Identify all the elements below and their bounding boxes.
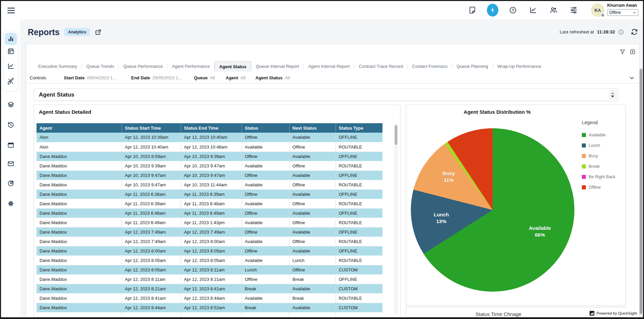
- tab-queue-planning[interactable]: Queue Planning: [452, 61, 493, 72]
- legend-item-busy[interactable]: Busy: [582, 154, 615, 158]
- tab-contract-trace-record[interactable]: Contract Trace Record: [354, 61, 407, 72]
- note-icon[interactable]: [467, 4, 478, 16]
- table-cell[interactable]: Apr 11, 2023 6:39am: [181, 189, 242, 199]
- table-cell[interactable]: Offline: [289, 218, 336, 227]
- tab-queue-interval-report[interactable]: Queue Interval Report: [251, 61, 303, 72]
- table-cell[interactable]: Break: [242, 303, 289, 312]
- table-cell[interactable]: Apr 12, 2023 7:49am: [122, 227, 181, 237]
- table-cell[interactable]: OFFLINE: [336, 274, 382, 284]
- tab-agent-interval-report[interactable]: Agent Interval Report: [304, 61, 354, 72]
- tab-agent-performance[interactable]: Agent Performance: [168, 61, 214, 72]
- table-cell[interactable]: Apr 12, 2023 8:11am: [122, 274, 181, 284]
- table-cell[interactable]: Apr 12, 2023 7:49am: [122, 237, 181, 246]
- table-cell[interactable]: Available: [242, 180, 289, 189]
- sidebar-item-pie[interactable]: [5, 177, 17, 189]
- refresh-icon[interactable]: [630, 28, 638, 36]
- table-cell[interactable]: Apr 12, 2023 8:41am: [122, 293, 181, 303]
- tab-contact-forensics[interactable]: Contact Forensics: [408, 61, 452, 72]
- table-cell[interactable]: Offline: [289, 180, 336, 189]
- column-header-status-start-time[interactable]: Status Start Time: [122, 123, 181, 133]
- table-cell[interactable]: Offline: [289, 237, 336, 246]
- page-scrollbar-thumb[interactable]: [640, 69, 642, 314]
- tab-agent-status[interactable]: Agent Status: [215, 61, 251, 72]
- table-cell[interactable]: Offline: [242, 208, 289, 218]
- tab-executive-summary[interactable]: Executive Summary: [34, 61, 82, 72]
- table-cell[interactable]: Offline: [242, 246, 289, 256]
- table-cell[interactable]: Available: [289, 133, 336, 142]
- legend-item-break[interactable]: Break: [582, 164, 615, 169]
- table-cell[interactable]: Apr 10, 2023 11:44am: [181, 180, 242, 189]
- legend-item-offline[interactable]: Offline: [582, 185, 615, 190]
- controls-collapse-chevron-icon[interactable]: [628, 75, 635, 81]
- status-select[interactable]: Offline: [607, 9, 638, 16]
- table-cell[interactable]: ROUTABLE: [336, 293, 382, 303]
- table-cell[interactable]: Dane.Maddox: [36, 246, 122, 256]
- table-cell[interactable]: CUSTOM: [336, 284, 382, 293]
- table-cell[interactable]: OFFLINE: [336, 227, 382, 237]
- sheet-stepper[interactable]: [609, 90, 616, 99]
- table-cell[interactable]: Available: [242, 256, 289, 265]
- table-cell[interactable]: Apr 12, 2023 8:05am: [181, 256, 242, 265]
- table-cell[interactable]: Apr 11, 2023 6:49am: [122, 218, 181, 227]
- table-cell[interactable]: Available: [242, 293, 289, 303]
- legend-item-lunch[interactable]: Lunch: [582, 143, 615, 148]
- table-cell[interactable]: Apr 12, 2023 8:44am: [181, 293, 242, 303]
- tab-queue-performance[interactable]: Queue Performance: [119, 61, 167, 72]
- table-cell[interactable]: Apr 10, 2023 8:59am: [122, 152, 181, 161]
- table-cell[interactable]: Available: [289, 284, 336, 293]
- control-agent-status[interactable]: Agent StatusAll: [255, 73, 290, 83]
- legend-item-be-right-back[interactable]: Be Right Back: [582, 175, 615, 179]
- table-cell[interactable]: Apr 12, 2023 8:00am: [181, 237, 242, 246]
- table-cell[interactable]: OFFLINE: [336, 208, 382, 218]
- table-cell[interactable]: Offline: [242, 170, 289, 180]
- table-cell[interactable]: Dane.Maddox: [36, 208, 122, 218]
- table-cell[interactable]: ROUTABLE: [336, 161, 382, 170]
- tab-wrap-up-performance[interactable]: Wrap-Up Performance: [493, 61, 546, 72]
- column-header-status-end-time[interactable]: Status End Time: [181, 123, 242, 133]
- sidebar-item-settings[interactable]: [5, 197, 17, 210]
- table-cell[interactable]: Apr 12, 2023 10:39am: [122, 133, 181, 142]
- legend-item-available[interactable]: Available: [582, 133, 615, 137]
- table-cell[interactable]: Offline: [242, 133, 289, 142]
- table-cell[interactable]: Available: [242, 237, 289, 246]
- column-header-status-type[interactable]: Status Type: [336, 123, 382, 133]
- table-cell[interactable]: Available: [242, 142, 289, 152]
- pie-chart[interactable]: [411, 128, 574, 292]
- sidebar-item-calendar[interactable]: [5, 45, 17, 57]
- table-cell[interactable]: Dane.Maddox: [36, 293, 122, 303]
- table-cell[interactable]: Offline: [289, 161, 336, 170]
- table-cell[interactable]: ROUTABLE: [336, 199, 382, 208]
- table-cell[interactable]: Dane.Maddox: [36, 189, 122, 199]
- table-cell[interactable]: OFFLINE: [336, 189, 382, 199]
- table-cell[interactable]: Available: [289, 208, 336, 218]
- table-cell[interactable]: Apr 10, 2023 9:47am: [122, 170, 181, 180]
- metrics-icon[interactable]: [527, 4, 539, 16]
- table-cell[interactable]: Offline: [242, 189, 289, 199]
- table-cell[interactable]: Dane.Maddox: [36, 199, 122, 208]
- table-cell[interactable]: OFFLINE: [336, 133, 382, 142]
- users-icon[interactable]: [548, 4, 559, 16]
- table-cell[interactable]: Apr 10, 2023 9:47am: [122, 180, 181, 189]
- table-cell[interactable]: [242, 312, 289, 317]
- control-queue[interactable]: QueueAll: [194, 73, 215, 83]
- table-cell[interactable]: Apr 12, 2023 8:41am: [181, 284, 242, 293]
- avatar[interactable]: KA: [591, 3, 604, 17]
- table-cell[interactable]: Apr 12, 2023 8:52am: [181, 303, 242, 312]
- powered-by-quicksight[interactable]: Powered by QuickSight: [588, 310, 638, 317]
- table-cell[interactable]: Dane.Maddox: [36, 303, 122, 312]
- table-cell[interactable]: OFFLINE: [336, 152, 382, 161]
- page-scrollbar[interactable]: [639, 67, 643, 317]
- table-cell[interactable]: Break: [242, 284, 289, 293]
- table-cell[interactable]: Break: [289, 274, 336, 284]
- table-cell[interactable]: Dane.Maddox: [36, 218, 122, 227]
- table-cell[interactable]: Apr 10, 2023 9:47am: [181, 170, 242, 180]
- table-cell[interactable]: Apr 11, 2023 6:38am: [122, 189, 181, 199]
- table-cell[interactable]: Dane.Maddox: [36, 256, 122, 265]
- table-cell[interactable]: Offline: [242, 152, 289, 161]
- table-cell[interactable]: Dane.Maddox: [36, 284, 122, 293]
- table-cell[interactable]: ROUTABLE: [336, 180, 382, 189]
- table-cell[interactable]: Dane.Maddox: [36, 237, 122, 246]
- table-cell[interactable]: Lunch: [242, 265, 289, 274]
- external-link-icon[interactable]: [95, 29, 102, 36]
- info-icon[interactable]: i: [618, 29, 624, 35]
